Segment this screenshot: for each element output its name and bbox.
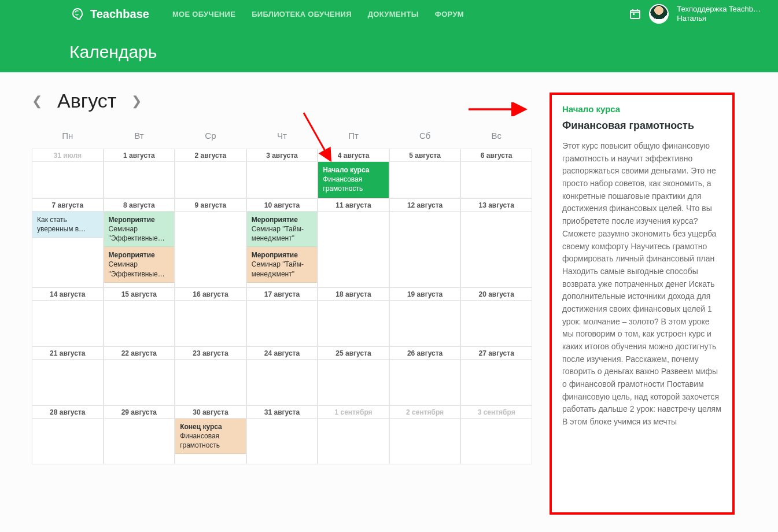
date-label[interactable]: 14 августа xyxy=(32,288,103,301)
date-label[interactable]: 2 августа xyxy=(175,149,246,162)
date-label[interactable]: 16 августа xyxy=(175,288,246,301)
event-meropr-eff-1[interactable]: Мероприятие Семинар "Эффективные… xyxy=(104,212,175,247)
details-description: Этот курс повысит общую финансовую грамо… xyxy=(562,140,722,428)
nav-my-learning[interactable]: МОЕ ОБУЧЕНИЕ xyxy=(172,10,235,19)
event-title: Мероприятие xyxy=(252,250,313,260)
event-meropr-time-2[interactable]: Мероприятие Семинар "Тайм-менеджмент" xyxy=(247,247,318,283)
prev-month-button[interactable]: ❮ xyxy=(32,94,42,109)
event-title: Как стать уверенным в… xyxy=(37,215,98,234)
event-title: Начало курса xyxy=(323,165,384,175)
date-label[interactable]: 3 августа xyxy=(247,149,318,162)
event-subtitle: Семинар "Тайм-менеджмент" xyxy=(252,260,313,278)
date-label[interactable]: 6 августа xyxy=(461,149,532,162)
date-label[interactable]: 2 сентября xyxy=(390,406,460,419)
date-label[interactable]: 4 августа xyxy=(318,149,389,162)
date-label[interactable]: 25 августа xyxy=(318,347,389,360)
date-label[interactable]: 17 августа xyxy=(247,288,318,301)
date-label[interactable]: 13 августа xyxy=(461,199,532,212)
brain-icon xyxy=(69,6,86,22)
date-label[interactable]: 15 августа xyxy=(104,288,175,301)
event-meropr-eff-2[interactable]: Мероприятие Семинар "Эффективные… xyxy=(104,247,175,283)
date-label[interactable]: 8 августа xyxy=(104,199,175,212)
details-title: Финансовая грамотность xyxy=(562,120,722,132)
date-label[interactable]: 24 августа xyxy=(247,347,318,360)
date-label[interactable]: 29 августа xyxy=(104,406,175,419)
logo[interactable]: Teachbase xyxy=(69,6,149,22)
date-label[interactable]: 5 августа xyxy=(390,149,460,162)
date-label[interactable]: 9 августа xyxy=(175,199,246,212)
date-label[interactable]: 28 августа xyxy=(32,406,103,419)
date-label[interactable]: 11 августа xyxy=(318,199,389,212)
date-label[interactable]: 27 августа xyxy=(461,347,532,360)
app-header: Teachbase МОЕ ОБУЧЕНИЕ БИБЛИОТЕКА ОБУЧЕН… xyxy=(0,0,778,72)
date-label[interactable]: 1 сентября xyxy=(318,406,389,419)
user-block[interactable]: Техподдержка Teachb… Наталья xyxy=(677,5,761,24)
event-title: Мероприятие xyxy=(109,250,170,260)
event-title: Мероприятие xyxy=(109,215,170,224)
calendar-icon[interactable] xyxy=(629,8,641,20)
weekday-fri: Пт xyxy=(318,126,389,149)
user-line-2: Наталья xyxy=(677,14,761,23)
main-nav: МОЕ ОБУЧЕНИЕ БИБЛИОТЕКА ОБУЧЕНИЯ ДОКУМЕН… xyxy=(172,10,464,19)
date-label[interactable]: 22 августа xyxy=(104,347,175,360)
date-label[interactable]: 18 августа xyxy=(318,288,389,301)
date-label[interactable]: 31 августа xyxy=(247,406,318,419)
nav-library[interactable]: БИБЛИОТЕКА ОБУЧЕНИЯ xyxy=(252,10,352,19)
details-label: Начало курса xyxy=(562,104,722,114)
event-subtitle: Семинар "Эффективные… xyxy=(109,224,170,243)
date-label[interactable]: 12 августа xyxy=(390,199,460,212)
event-subtitle: Финансовая грамотность xyxy=(323,175,384,193)
date-label[interactable]: 19 августа xyxy=(390,288,460,301)
user-line-1: Техподдержка Teachb… xyxy=(677,5,761,14)
event-course-start[interactable]: Начало курса Финансовая грамотность xyxy=(318,162,389,198)
event-subtitle: Семинар "Тайм-менеджмент" xyxy=(252,224,313,243)
date-label[interactable]: 30 августа xyxy=(175,406,246,419)
date-label[interactable]: 7 августа xyxy=(32,199,103,212)
calendar-grid: Пн Вт Ср Чт Пт Сб Вс 31 июля 1 августа 2… xyxy=(32,126,532,464)
weekday-tue: Вт xyxy=(104,126,175,149)
date-label[interactable]: 21 августа xyxy=(32,347,103,360)
svg-rect-1 xyxy=(633,13,635,15)
weekday-mon: Пн xyxy=(32,126,104,149)
date-label[interactable]: 20 августа xyxy=(461,288,532,301)
event-title: Конец курса xyxy=(180,422,241,431)
event-course-end[interactable]: Конец курса Финансовая грамотность xyxy=(175,419,246,455)
event-confidence[interactable]: Как стать уверенным в… xyxy=(32,212,103,238)
event-subtitle: Семинар "Эффективные… xyxy=(109,260,170,278)
next-month-button[interactable]: ❯ xyxy=(131,94,142,109)
logo-text: Teachbase xyxy=(90,8,149,21)
calendar: ❮ Август ❯ Пн Вт Ср Чт Пт Сб Вс 31 июля xyxy=(0,72,544,482)
date-label[interactable]: 23 августа xyxy=(175,347,246,360)
event-title: Мероприятие xyxy=(252,215,313,224)
date-label[interactable]: 10 августа xyxy=(247,199,318,212)
weekday-thu: Чт xyxy=(246,126,318,149)
date-label[interactable]: 26 августа xyxy=(390,347,460,360)
event-meropr-time-1[interactable]: Мероприятие Семинар "Тайм-менеджмент" xyxy=(247,212,318,247)
event-subtitle: Финансовая грамотность xyxy=(180,431,241,450)
weekday-sat: Сб xyxy=(389,126,461,149)
date-label[interactable]: 1 августа xyxy=(104,149,175,162)
month-label: Август xyxy=(57,90,116,112)
weekday-wed: Ср xyxy=(175,126,246,149)
nav-documents[interactable]: ДОКУМЕНТЫ xyxy=(368,10,419,19)
page-title: Календарь xyxy=(69,42,157,62)
avatar[interactable] xyxy=(649,4,669,24)
event-details-panel: Начало курса Финансовая грамотность Этот… xyxy=(550,93,735,515)
date-label[interactable]: 3 сентября xyxy=(461,406,532,419)
nav-forum[interactable]: ФОРУМ xyxy=(435,10,464,19)
date-label[interactable]: 31 июля xyxy=(32,149,103,162)
weekday-sun: Вс xyxy=(460,126,532,149)
